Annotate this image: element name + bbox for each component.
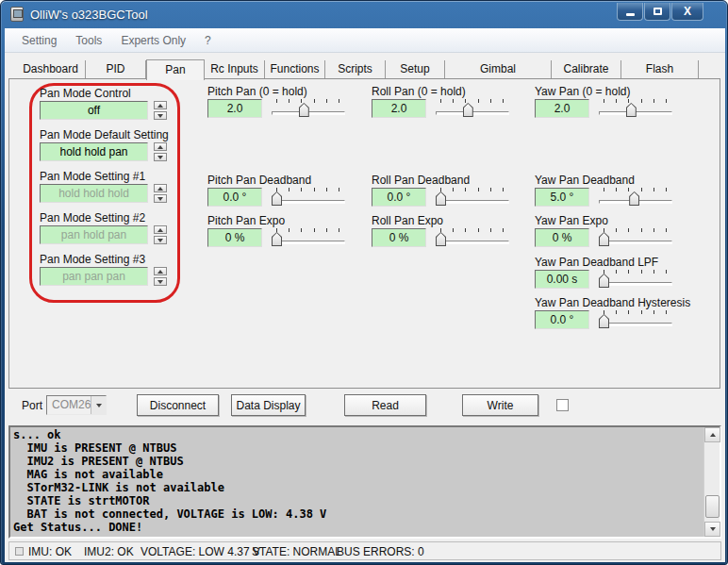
pitch-pan-expo-slider[interactable]: [272, 227, 345, 248]
menu-item-setting[interactable]: Setting: [12, 28, 66, 52]
slider-thumb[interactable]: [299, 103, 309, 117]
spinner-down-button[interactable]: [154, 111, 167, 120]
console-text: s... ok IMU is PRESENT @ NTBUS IMU2 is P…: [13, 428, 701, 536]
roll-pan-deadband-slider[interactable]: [436, 187, 509, 208]
pitch-pan-slider[interactable]: [272, 98, 345, 119]
pitch-pan-deadband-param: Pitch Pan Deadband 0.0 °: [207, 174, 370, 211]
console-log: s... ok IMU is PRESENT @ NTBUS IMU2 is P…: [8, 425, 721, 539]
status-imu2: IMU2: OK: [84, 545, 134, 558]
pan-mode-control-group: Pan Mode Control off: [40, 87, 181, 125]
roll-pan-expo-field[interactable]: 0 %: [372, 228, 426, 247]
slider-thumb[interactable]: [599, 232, 609, 246]
roll-pan-field[interactable]: 2.0: [372, 99, 426, 118]
tab-gimbal-configuration[interactable]: Gimbal Configuration: [445, 60, 552, 79]
pan-mode-default-field[interactable]: hold hold pan: [40, 142, 148, 161]
yaw-pan-expo-field[interactable]: 0 %: [535, 228, 589, 247]
slider-thumb[interactable]: [599, 274, 609, 288]
title-bar[interactable]: OlliW's o323BGCTool X: [1, 1, 727, 28]
tab-pan[interactable]: Pan: [146, 59, 205, 80]
spinner-up-button[interactable]: [154, 142, 167, 151]
roll-pan-deadband-param: Roll Pan Deadband 0.0 °: [372, 174, 534, 211]
port-dropdown-button[interactable]: [91, 396, 106, 414]
minimize-icon: [626, 13, 635, 16]
slider-thumb[interactable]: [272, 232, 282, 246]
yaw-pan-param: Yaw Pan (0 = hold) 2.0: [535, 85, 697, 123]
tab-pid[interactable]: PID: [86, 60, 146, 79]
spinner-up-button[interactable]: [154, 267, 167, 275]
roll-pan-deadband-label: Roll Pan Deadband: [372, 174, 534, 186]
pitch-pan-deadband-slider[interactable]: [272, 187, 345, 208]
console-scrollbar[interactable]: [703, 427, 720, 537]
spinner-down-button[interactable]: [154, 236, 167, 244]
menu-item-tools[interactable]: Tools: [66, 28, 111, 52]
roll-pan-expo-slider[interactable]: [436, 227, 509, 248]
spinner-down-button[interactable]: [154, 277, 167, 286]
spinner-up-button[interactable]: [154, 101, 167, 109]
tab-functions[interactable]: Functions: [265, 60, 325, 79]
pan-mode-setting1-field[interactable]: hold hold hold: [40, 184, 148, 203]
scrollbar-thumb[interactable]: [705, 495, 720, 518]
scroll-down-button[interactable]: [704, 522, 720, 537]
connection-row: Port COM26 Disconnect Data Display Read …: [5, 392, 725, 421]
slider-thumb[interactable]: [629, 191, 639, 206]
pitch-pan-label: Pitch Pan (0 = hold): [207, 85, 370, 97]
spinner-down-button[interactable]: [154, 153, 167, 161]
pitch-pan-deadband-field[interactable]: 0.0 °: [207, 188, 262, 207]
tab-rc-inputs[interactable]: Rc Inputs: [205, 60, 265, 79]
yaw-pan-expo-param: Yaw Pan Expo 0 %: [535, 214, 697, 252]
tab-scripts[interactable]: Scripts: [325, 60, 386, 79]
data-display-button[interactable]: Data Display: [231, 394, 306, 416]
menu-item-help[interactable]: ?: [195, 28, 221, 52]
scroll-up-button[interactable]: [704, 427, 720, 442]
pan-mode-setting2-field[interactable]: pan hold pan: [40, 225, 148, 244]
yaw-pan-deadband-hysteresis-field[interactable]: 0.0 °: [535, 310, 589, 329]
slider-thumb[interactable]: [626, 103, 637, 117]
arrow-down-icon: [157, 239, 163, 242]
spinner-down-button[interactable]: [154, 194, 167, 203]
spinner-up-button[interactable]: [154, 225, 167, 234]
yaw-pan-deadband-slider[interactable]: [599, 187, 672, 208]
spinner-up-button[interactable]: [154, 184, 167, 192]
close-button[interactable]: X: [671, 3, 703, 21]
roll-pan-slider[interactable]: [436, 98, 509, 119]
maximize-button[interactable]: [644, 3, 670, 21]
minimize-button[interactable]: [617, 3, 643, 21]
read-button[interactable]: Read: [344, 394, 426, 416]
yaw-pan-field[interactable]: 2.0: [535, 99, 589, 118]
tab-calibrate-acc[interactable]: Calibrate Acc: [552, 60, 621, 79]
slider-thumb[interactable]: [436, 232, 446, 246]
pan-mode-setting3-field[interactable]: pan pan pan: [40, 267, 148, 286]
write-button[interactable]: Write: [462, 394, 538, 416]
arrow-down-icon: [157, 114, 163, 118]
arrow-down-icon: [157, 197, 163, 201]
slider-thumb[interactable]: [599, 314, 609, 328]
menu-item-experts-only[interactable]: Experts Only: [111, 28, 195, 52]
window-title: OlliW's o323BGCTool: [30, 8, 148, 22]
yaw-pan-deadband-hysteresis-slider[interactable]: [599, 309, 672, 330]
tab-dashboard[interactable]: Dashboard: [16, 60, 86, 79]
roll-pan-expo-param: Roll Pan Expo 0 %: [372, 214, 534, 252]
slider-thumb[interactable]: [272, 191, 282, 206]
tab-flash-firmware[interactable]: Flash Firmware: [621, 60, 699, 79]
tab-setup[interactable]: Setup: [386, 60, 445, 79]
pan-mode-control-field[interactable]: off: [40, 101, 148, 120]
port-select[interactable]: COM26: [46, 395, 107, 415]
yaw-pan-expo-slider[interactable]: [599, 227, 672, 248]
pitch-pan-field[interactable]: 2.0: [207, 99, 262, 118]
yaw-pan-slider[interactable]: [599, 98, 672, 119]
pan-mode-setting2-group: Pan Mode Setting #2 pan hold pan: [40, 211, 181, 249]
disconnect-button[interactable]: Disconnect: [137, 394, 219, 416]
pan-mode-setting2-label: Pan Mode Setting #2: [40, 211, 181, 224]
yaw-pan-deadband-lpf-field[interactable]: 0.00 s: [535, 270, 589, 289]
chevron-down-icon: [96, 404, 102, 407]
write-option-checkbox[interactable]: [556, 399, 569, 411]
roll-pan-deadband-field[interactable]: 0.0 °: [372, 188, 426, 207]
app-window: OlliW's o323BGCTool X Setting Tools Expe…: [0, 0, 728, 565]
yaw-pan-deadband-field[interactable]: 5.0 °: [535, 188, 589, 207]
pitch-pan-expo-field[interactable]: 0 %: [207, 228, 262, 247]
yaw-pan-deadband-lpf-slider[interactable]: [599, 269, 672, 290]
status-bus-errors: BUS ERRORS: 0: [337, 545, 424, 558]
slider-thumb[interactable]: [436, 191, 446, 206]
pan-tab-panel: Pan Mode Control off Pan Mode Default Se…: [8, 78, 720, 389]
slider-thumb[interactable]: [463, 103, 473, 117]
